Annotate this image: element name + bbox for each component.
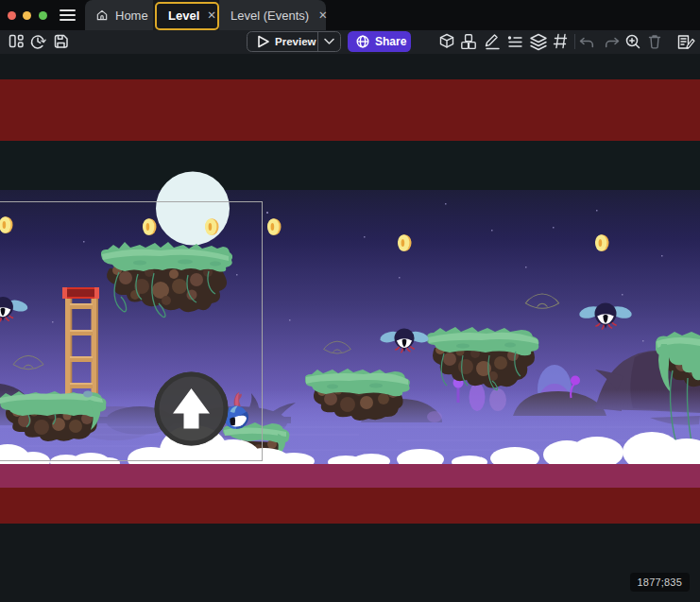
- svg-text:Preview: Preview: [275, 36, 316, 47]
- svg-text:Share: Share: [375, 35, 407, 48]
